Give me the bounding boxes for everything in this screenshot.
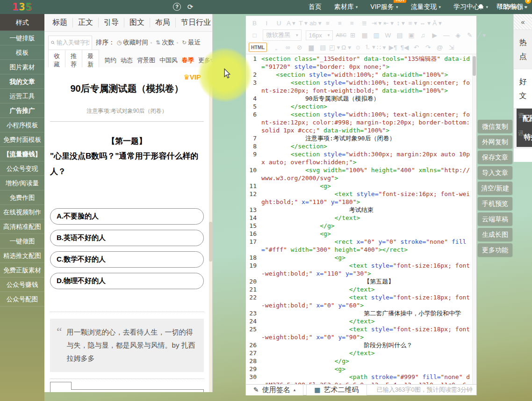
tag[interactable]: 背景图 bbox=[137, 56, 155, 65]
align-justify-icon[interactable]: ≣ bbox=[359, 19, 370, 27]
font-color-icon[interactable]: A ▾ bbox=[285, 19, 297, 27]
html-source-button[interactable]: HTML bbox=[249, 43, 267, 52]
highlight-icon[interactable]: ab ▾ bbox=[309, 19, 322, 27]
sidebar-item[interactable]: 我的文章 bbox=[0, 74, 44, 89]
sidebar-item[interactable]: 公众号配图 bbox=[0, 292, 44, 306]
import-article-button[interactable]: 导入文章 bbox=[478, 166, 512, 179]
tag[interactable]: 春季 bbox=[182, 56, 194, 65]
sidebar-item[interactable]: 样式 bbox=[0, 14, 44, 31]
more-functions-button[interactable]: 更多功能 bbox=[478, 243, 512, 256]
right-tab[interactable]: 热点 bbox=[514, 30, 532, 69]
align-right-icon[interactable]: ≡ bbox=[346, 20, 358, 27]
sidebar-item[interactable]: 小程序模板 bbox=[0, 118, 44, 132]
unordered-list-icon[interactable]: ∷ ▾ bbox=[375, 44, 387, 51]
art-qrcode-button[interactable]: ▦ 艺术二维码 bbox=[306, 385, 367, 395]
article-preview[interactable]: ♛VIP 90后专属测试题（模拟卷） 注意事项:考试对象90后（闭卷） 【第一题… bbox=[44, 67, 209, 392]
tab-texiao[interactable]: 特效 bbox=[524, 133, 532, 142]
sort-option[interactable]: ◷ 收藏时间 bbox=[117, 38, 148, 47]
style-tab[interactable]: 节日行业 bbox=[175, 18, 213, 28]
special-char-icon[interactable]: Ω ▾ bbox=[340, 44, 352, 51]
tab-peitu[interactable]: 配图 bbox=[523, 114, 532, 123]
table-icon[interactable]: ⊞ bbox=[347, 31, 359, 39]
app-logo[interactable]: 135 bbox=[12, 1, 32, 13]
text-style-icon[interactable]: T ▾ bbox=[297, 19, 309, 27]
chart-icon[interactable]: ▦ bbox=[359, 31, 370, 39]
insert-block-icon[interactable]: ◰ ▾ bbox=[329, 44, 340, 51]
wechat-copy-button[interactable]: 微信复制 bbox=[478, 120, 512, 133]
redo-icon[interactable]: ↷ bbox=[422, 44, 434, 51]
code-scrollbar-thumb[interactable] bbox=[473, 56, 476, 76]
style-tab[interactable]: 布局 bbox=[150, 18, 175, 28]
search-input[interactable] bbox=[57, 39, 89, 46]
sidebar-item[interactable]: 免费封面模板 bbox=[0, 132, 44, 147]
sidebar-item[interactable]: 运营工具 bbox=[0, 89, 44, 103]
template-icon[interactable]: ▆ bbox=[305, 44, 317, 51]
paste-word-icon[interactable]: ▥ bbox=[370, 31, 382, 39]
horizontal-rule-icon[interactable]: — bbox=[440, 32, 452, 39]
sidebar-item[interactable]: 广告推广 bbox=[0, 103, 44, 118]
help-icon[interactable]: ? bbox=[173, 3, 181, 11]
sidebar-item[interactable]: 【流量赚钱】 bbox=[0, 147, 44, 161]
sidebar-item[interactable]: 一键做图 bbox=[0, 234, 44, 248]
undo-icon[interactable]: ↶ bbox=[410, 44, 422, 51]
phone-preview-button[interactable]: 手机预览 bbox=[478, 197, 512, 210]
use-signature-button[interactable]: ✎ 使用签名 ▴ bbox=[246, 385, 303, 395]
gallery-icon[interactable]: ▣ bbox=[405, 31, 417, 39]
word-doc-icon[interactable]: W bbox=[382, 32, 394, 39]
indent-icon[interactable]: ⇥ ▾ bbox=[371, 19, 382, 27]
mention-icon[interactable]: @ bbox=[434, 44, 446, 51]
style-tab[interactable]: 正文 bbox=[72, 18, 98, 28]
code-area[interactable]: 1 <section class="_135editor" data-tools… bbox=[246, 55, 476, 384]
style-tab[interactable]: 标题 bbox=[47, 18, 72, 28]
new-document-icon[interactable]: □ bbox=[249, 32, 260, 39]
clear-new-button[interactable]: 清空/新建 bbox=[478, 182, 512, 195]
sidebar-item[interactable]: 图片素材 bbox=[0, 60, 44, 74]
style-tab[interactable]: 引导 bbox=[98, 18, 124, 28]
image-icon[interactable]: ▤ bbox=[394, 31, 405, 39]
sidebar-item[interactable]: 免费正版素材 bbox=[0, 263, 44, 277]
align-left-icon[interactable]: ≡ bbox=[322, 20, 334, 27]
collapse-panel-button[interactable]: « bbox=[514, 14, 532, 30]
right-tab-overlay[interactable]: 资 配图 讯 特效 bbox=[517, 109, 532, 147]
unlink-icon[interactable]: ⊘ bbox=[294, 44, 305, 51]
paragraph-spacing-icon[interactable]: ≡ ▾ bbox=[407, 19, 419, 27]
sidebar-item[interactable]: 精选推文配图 bbox=[0, 248, 44, 263]
sidebar-item[interactable]: 模板 bbox=[0, 45, 44, 60]
blockquote-icon[interactable]: „ bbox=[270, 44, 282, 51]
right-tab[interactable]: 好文 bbox=[514, 69, 532, 109]
preview-scrollbar-thumb[interactable] bbox=[209, 222, 212, 262]
search-box[interactable] bbox=[48, 36, 92, 50]
remove-format-icon[interactable]: ABC bbox=[335, 32, 347, 38]
tag[interactable]: 动态 bbox=[121, 56, 133, 65]
sidebar-item[interactable]: 高清精准配图 bbox=[0, 219, 44, 234]
fullscreen-icon[interactable]: ⇲ bbox=[446, 44, 457, 51]
section-layout-icon[interactable]: ▤ bbox=[317, 44, 329, 51]
outdent-icon[interactable]: ⇤ ▾ bbox=[383, 19, 395, 27]
line-height-icon[interactable]: ↕ ▾ bbox=[395, 19, 407, 27]
user-menu[interactable]: 135编辑 ▾ V bbox=[499, 3, 527, 11]
style-tab[interactable]: 图文 bbox=[124, 18, 150, 28]
font-family-select[interactable]: 微软雅黑 ▾ bbox=[263, 29, 302, 41]
align-center-icon[interactable]: ≡ bbox=[334, 20, 346, 27]
preview-scrollbar[interactable] bbox=[209, 67, 212, 392]
sidebar-item[interactable]: 免费作图 bbox=[0, 190, 44, 205]
notifications-button[interactable]: ▾ bbox=[478, 4, 489, 10]
font-size-select[interactable]: 16px ▾ bbox=[306, 30, 333, 40]
cloud-draft-button[interactable]: 云端草稿 bbox=[478, 212, 512, 226]
letter-spacing-icon[interactable]: ⇔ ▾ bbox=[419, 19, 431, 27]
music-icon[interactable]: ♫ bbox=[417, 32, 429, 39]
sort-option[interactable]: ⇅ 次数 bbox=[148, 38, 174, 47]
external-copy-button[interactable]: 外网复制 bbox=[478, 135, 512, 148]
sidebar-item[interactable]: 公众号赚钱 bbox=[0, 277, 44, 292]
tag[interactable]: 简约 bbox=[104, 56, 116, 65]
sidebar-item[interactable]: 在线视频制作 bbox=[0, 205, 44, 219]
italic-icon[interactable]: I bbox=[261, 20, 273, 27]
generate-image-button[interactable]: 生成长图 bbox=[478, 228, 512, 241]
save-article-button[interactable]: 保存文章 bbox=[478, 151, 512, 164]
tag[interactable]: 更多▿ bbox=[198, 56, 213, 65]
link-icon[interactable]: ∞ bbox=[282, 44, 294, 51]
sidebar-item[interactable]: 一键排版 bbox=[0, 31, 44, 45]
format-brush-icon[interactable]: ✎ bbox=[464, 31, 475, 39]
sidebar-item[interactable]: 公众号变现 bbox=[0, 161, 44, 176]
sidebar-item[interactable]: 增粉/阅读量 bbox=[0, 176, 44, 190]
